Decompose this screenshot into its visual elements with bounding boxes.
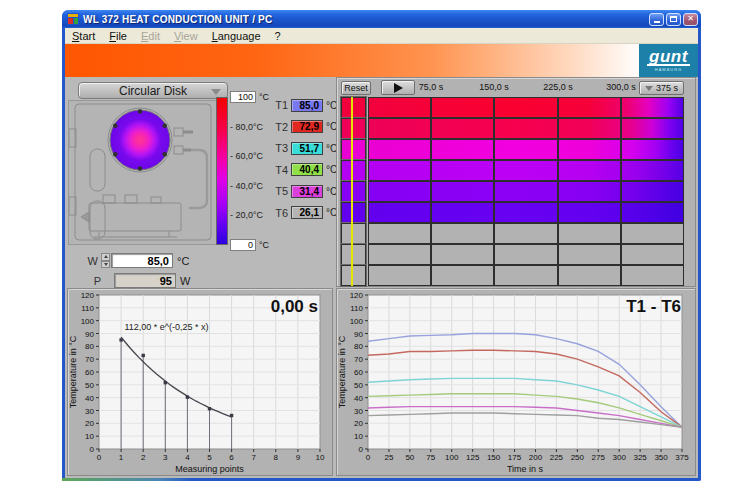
menu-item-view[interactable]: View <box>167 29 205 43</box>
heatmap-cell[interactable] <box>431 118 494 139</box>
range-button[interactable]: 375 s <box>639 81 684 95</box>
heatmap-cell[interactable] <box>431 223 494 244</box>
window-title: WL 372 HEAT CONDUCTION UNIT / PC <box>83 14 649 25</box>
heatmap-cell[interactable] <box>494 223 557 244</box>
data-point <box>186 395 189 398</box>
heatmap-cell[interactable] <box>368 118 431 139</box>
heatmap-cell[interactable] <box>431 244 494 265</box>
heatmap-cell[interactable] <box>368 202 431 223</box>
heatmap-current-cell <box>341 160 366 181</box>
menu-item-language[interactable]: Language <box>205 29 268 43</box>
reset-button[interactable]: Reset <box>341 81 371 95</box>
scale-max-unit: °C <box>259 92 269 102</box>
heatmap-cell[interactable] <box>621 118 684 139</box>
color-scale-bar <box>216 97 228 245</box>
brand-banner: gunt HAMBURG <box>65 44 698 77</box>
heatmap-cell[interactable] <box>431 265 494 286</box>
sensor-label: T5 <box>270 185 288 197</box>
svg-text:250: 250 <box>571 453 585 462</box>
heatmap-cell[interactable] <box>494 160 557 181</box>
heatmap-row-track <box>368 265 684 286</box>
heatmap-cell[interactable] <box>494 97 557 118</box>
heatmap-cell[interactable] <box>558 97 621 118</box>
heatmap-cell[interactable] <box>621 160 684 181</box>
spinner-down-icon[interactable] <box>101 261 110 269</box>
heatmap-cell[interactable] <box>494 181 557 202</box>
heatmap-cell[interactable] <box>368 223 431 244</box>
heatmap-cell[interactable] <box>621 244 684 265</box>
svg-text:100: 100 <box>445 453 459 462</box>
heatmap-cell[interactable] <box>368 244 431 265</box>
chart-overlay-label: 0,00 s <box>271 297 318 317</box>
sensor-row-t4: T440,4°C <box>270 163 337 177</box>
spinner-up-icon[interactable] <box>101 253 110 261</box>
gunt-logo: gunt HAMBURG <box>639 44 698 77</box>
heatmap-row-track <box>368 244 684 265</box>
heatmap-cell[interactable] <box>431 97 494 118</box>
menu-item-help[interactable]: ? <box>268 29 288 43</box>
heatmap-cell[interactable] <box>558 265 621 286</box>
mode-selector[interactable]: Circular Disk <box>78 82 228 99</box>
menu-item-file[interactable]: File <box>102 29 134 43</box>
heatmap-cell[interactable] <box>431 139 494 160</box>
heatmap-row-track <box>368 181 684 202</box>
x-axis-label: Measuring points <box>175 464 244 474</box>
heatmap-cell[interactable] <box>558 244 621 265</box>
sensor-label: T2 <box>270 121 288 133</box>
heatmap-cell[interactable] <box>494 202 557 223</box>
heatmap-cell[interactable] <box>621 97 684 118</box>
menu-item-start[interactable]: Start <box>65 29 102 43</box>
y-axis-label: Temperature in °C <box>337 335 347 408</box>
play-icon <box>394 83 403 93</box>
heatmap-cell[interactable] <box>558 223 621 244</box>
x-axis-label: Time in s <box>507 464 544 474</box>
heatmap-cell[interactable] <box>621 202 684 223</box>
title-bar[interactable]: WL 372 HEAT CONDUCTION UNIT / PC ✕ <box>62 10 701 28</box>
sensor-label: T6 <box>270 207 288 219</box>
setpoint-spinner[interactable] <box>101 253 110 268</box>
heatmap-current-cell <box>341 223 366 244</box>
heatmap-current-cell <box>341 118 366 139</box>
svg-text:300: 300 <box>613 453 627 462</box>
heatmap-cell[interactable] <box>621 223 684 244</box>
close-button[interactable]: ✕ <box>683 13 698 26</box>
svg-text:110: 110 <box>350 304 363 313</box>
heatmap-cell[interactable] <box>558 160 621 181</box>
heatmap-cell[interactable] <box>368 139 431 160</box>
heatmap-current-cell <box>341 97 366 118</box>
heatmap-cell[interactable] <box>431 202 494 223</box>
heatmap-cell[interactable] <box>621 265 684 286</box>
menu-bar: StartFileEditViewLanguage? <box>65 28 698 44</box>
heatmap-cell[interactable] <box>368 181 431 202</box>
setpoint-input[interactable] <box>111 253 173 268</box>
heatmap-current-cell <box>341 181 366 202</box>
setpoint-field: W °C <box>86 253 189 268</box>
heatmap-cell[interactable] <box>558 139 621 160</box>
heatmap-cell[interactable] <box>368 160 431 181</box>
timeline-label: 300,0 s <box>606 82 636 92</box>
maximize-button[interactable] <box>666 13 681 26</box>
heatmap-cell[interactable] <box>494 139 557 160</box>
play-button[interactable] <box>381 80 415 95</box>
heatmap-cell[interactable] <box>368 97 431 118</box>
heatmap-cell[interactable] <box>431 160 494 181</box>
heatmap-cell[interactable] <box>558 202 621 223</box>
heatmap-cell[interactable] <box>494 118 557 139</box>
menu-item-edit[interactable]: Edit <box>134 29 167 43</box>
time-cursor[interactable] <box>351 97 353 286</box>
minimize-button[interactable] <box>649 13 664 26</box>
heatmap-cell[interactable] <box>494 244 557 265</box>
timeline-label: 225,0 s <box>543 82 573 92</box>
svg-text:4: 4 <box>185 453 190 462</box>
heatmap-cell[interactable] <box>621 139 684 160</box>
heatmap-cell[interactable] <box>368 265 431 286</box>
heatmap-cell[interactable] <box>621 181 684 202</box>
heatmap-cell[interactable] <box>494 265 557 286</box>
heatmap-row-track <box>368 97 684 118</box>
heatmap-cell[interactable] <box>558 118 621 139</box>
app-icon <box>67 13 79 25</box>
heatmap-cell[interactable] <box>558 181 621 202</box>
power-input <box>114 273 176 288</box>
power-label: P <box>89 275 101 287</box>
heatmap-cell[interactable] <box>431 181 494 202</box>
